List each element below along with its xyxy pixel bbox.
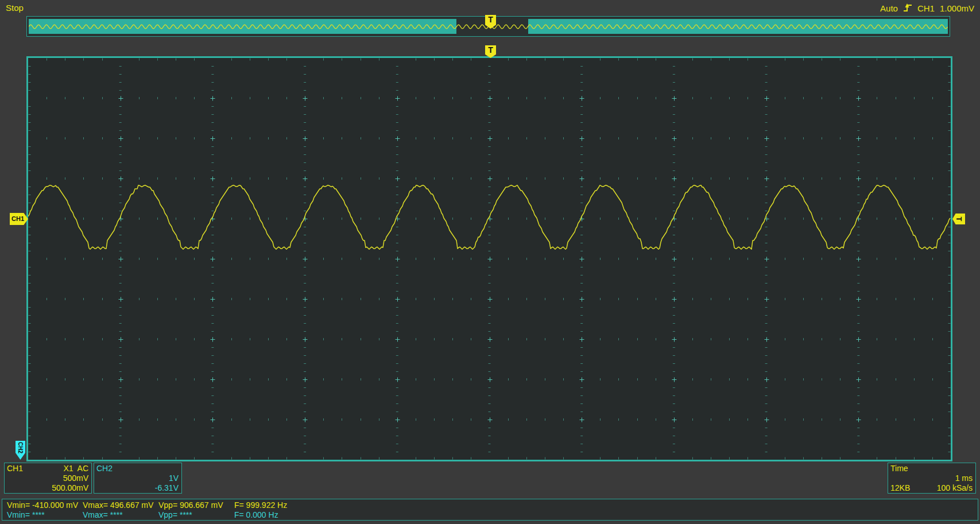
ch1-probe-coupling: X1 AC — [63, 464, 88, 473]
meas-ch1-freq: F= 999.922 Hz — [234, 500, 287, 510]
meas-ch2-vmax: Vmax= **** — [83, 510, 123, 519]
ch1-position-marker[interactable]: CH1 — [10, 213, 28, 225]
trigger-level: 1.000mV — [940, 3, 974, 13]
meas-ch2-freq: F= 0.000 Hz — [234, 510, 278, 519]
timebase-box[interactable]: Time 1 ms 12KB 100 kSa/s — [888, 463, 976, 494]
ch2-name: CH2 — [96, 464, 113, 473]
timebase-scale: 1 ms — [955, 473, 973, 483]
ch1-offset: 500.00mV — [52, 483, 88, 493]
sample-rate: 100 kSa/s — [937, 483, 973, 493]
meas-ch1-vmin: Vmin= -410.000 mV — [7, 500, 78, 510]
oscilloscope-screen: Stop Auto CH1 1.000mV T T CH1 T CH2 CH1 … — [0, 0, 980, 524]
ch1-scale: 500mV — [63, 473, 88, 483]
trigger-level-marker[interactable]: T — [952, 214, 965, 224]
trigger-mode: Auto — [880, 3, 898, 13]
trigger-edge-icon — [903, 3, 912, 13]
trigger-source: CH1 — [917, 3, 935, 13]
measurements-bar: Vmin= -410.000 mV Vmax= 496.667 mV Vpp= … — [2, 499, 978, 521]
meas-ch1-vpp: Vpp= 906.667 mV — [158, 500, 223, 510]
ch2-scale: 1V — [169, 473, 179, 483]
meas-ch2-vmin: Vmin= **** — [7, 510, 45, 519]
ch2-settings-box[interactable]: CH2 1V -6.31V — [94, 463, 182, 494]
ch1-settings-box[interactable]: CH1 X1 AC 500mV 500.00mV — [4, 463, 92, 494]
meas-ch2-vpp: Vpp= **** — [158, 510, 192, 519]
meas-ch1-vmax: Vmax= 496.667 mV — [83, 500, 153, 510]
ch1-name: CH1 — [7, 464, 23, 473]
ch2-offset: -6.31V — [155, 483, 179, 493]
timebase-label: Time — [890, 464, 908, 473]
acquisition-status: Stop — [6, 3, 24, 13]
graticule-and-trace — [28, 58, 951, 460]
memory-depth: 12KB — [890, 483, 910, 493]
waveform-display — [26, 56, 952, 461]
trigger-info: Auto CH1 1.000mV — [880, 3, 974, 13]
ch2-position-marker[interactable]: CH2 — [16, 441, 25, 460]
